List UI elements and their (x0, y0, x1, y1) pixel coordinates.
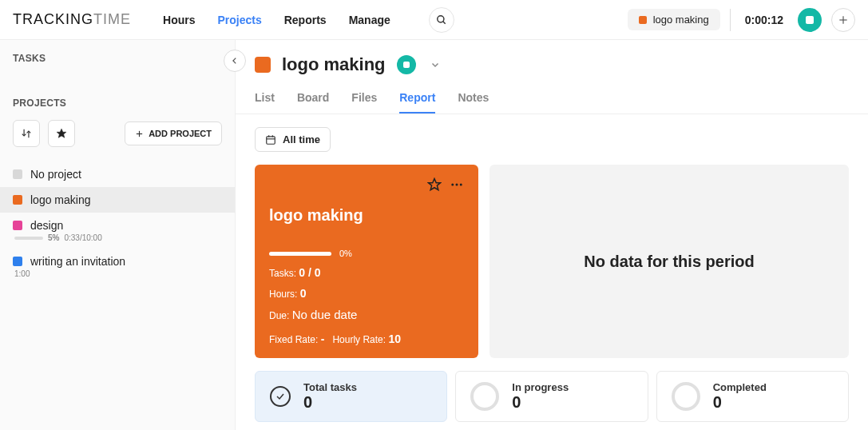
stat-inprogress-label: In progress (512, 381, 569, 393)
svg-point-0 (438, 15, 444, 22)
sort-icon (21, 128, 32, 139)
sidebar-item-writing-invitation[interactable]: writing an invitation 1:00 (0, 249, 235, 285)
card-progress-percent: 0% (339, 249, 352, 258)
content: logo making List Board Files Report Note… (236, 40, 868, 430)
sidebar-collapse-button[interactable] (224, 50, 246, 72)
svg-point-14 (460, 184, 462, 186)
active-timer-chip[interactable]: logo making (628, 9, 720, 30)
stat-completed[interactable]: Completed 0 (656, 371, 849, 422)
card-due-label: Due: (269, 310, 289, 321)
add-button[interactable] (831, 8, 855, 32)
sidebar: TASKS PROJECTS ADD PROJECT No project (0, 40, 236, 430)
stat-total-value: 0 (303, 393, 357, 412)
chart-empty-text: No data for this period (584, 253, 754, 271)
nav-projects[interactable]: Projects (217, 14, 261, 26)
stat-in-progress[interactable]: In progress 0 (455, 371, 648, 422)
sidebar-item-design[interactable]: design 5% 0:33/10:00 (0, 213, 235, 249)
timer-stop-button[interactable] (798, 8, 822, 32)
tab-list[interactable]: List (255, 91, 275, 113)
card-progress-bar (269, 252, 331, 256)
card-fixed-rate-value: - (321, 332, 325, 345)
project-header: logo making (236, 40, 868, 80)
svg-marker-11 (429, 179, 441, 190)
project-menu-toggle[interactable] (427, 57, 443, 73)
nav-reports[interactable]: Reports (284, 14, 327, 26)
project-tabs: List Board Files Report Notes (236, 80, 868, 114)
project-summary-card: logo making 0% Tasks: 0 / 0 Hours: 0 Due… (255, 165, 478, 358)
progress-detail: 0:33/10:00 (64, 233, 101, 242)
tab-notes[interactable]: Notes (458, 91, 489, 113)
topbar-right: logo making 0:00:12 (628, 8, 855, 32)
nav-hours[interactable]: Hours (163, 14, 195, 26)
date-range-button[interactable]: All time (255, 127, 331, 152)
card-hours-value: 0 (300, 287, 307, 300)
main-layout: TASKS PROJECTS ADD PROJECT No project (0, 40, 868, 430)
logo-part1: TRACKING (13, 11, 93, 27)
date-range-label: All time (283, 133, 320, 145)
project-name-label: design (30, 219, 63, 232)
divider (730, 9, 731, 31)
sidebar-actions-row: ADD PROJECT (0, 120, 235, 147)
stop-icon (806, 16, 814, 24)
stat-completed-value: 0 (713, 393, 767, 412)
project-color-swatch (13, 169, 22, 179)
sort-button[interactable] (13, 120, 40, 147)
timer-project-name: logo making (653, 14, 709, 26)
progress-bar (14, 237, 43, 240)
project-color-swatch (13, 195, 22, 205)
progress-percent: 5% (48, 233, 59, 242)
sidebar-tasks-heading: TASKS (0, 53, 235, 64)
favorites-button[interactable] (48, 120, 75, 147)
stat-total-tasks[interactable]: Total tasks 0 (255, 371, 447, 422)
star-outline-icon[interactable] (427, 177, 442, 192)
card-due-value: No due date (292, 308, 358, 321)
report-body: All time logo making 0% Tasks: 0 / 0 Hou… (236, 114, 868, 430)
sidebar-projects-heading: PROJECTS (0, 98, 235, 109)
tab-board[interactable]: Board (297, 91, 329, 113)
page-title: logo making (282, 54, 386, 75)
card-title: logo making (269, 206, 464, 225)
timer-elapsed: 0:00:12 (740, 14, 788, 26)
tab-report[interactable]: Report (399, 91, 435, 113)
plus-icon (838, 14, 849, 26)
chevron-left-icon (231, 57, 239, 65)
project-timer-button[interactable] (397, 55, 416, 74)
stat-completed-label: Completed (713, 381, 767, 393)
card-fixed-rate-label: Fixed Rate: (269, 334, 318, 345)
svg-rect-7 (267, 136, 275, 143)
stats-row: Total tasks 0 In progress 0 Completed (255, 371, 849, 422)
tab-files[interactable]: Files (351, 91, 377, 113)
timer-project-color (639, 16, 647, 24)
svg-line-1 (443, 21, 446, 23)
stat-total-label: Total tasks (303, 381, 357, 393)
svg-point-12 (451, 184, 454, 186)
svg-point-13 (456, 184, 458, 186)
calendar-icon (265, 134, 276, 145)
sidebar-item-logo-making[interactable]: logo making (0, 187, 235, 213)
chevron-down-icon (430, 60, 440, 70)
nav-manage[interactable]: Manage (349, 14, 390, 26)
app-logo: TRACKINGTIME (13, 11, 131, 28)
svg-marker-4 (57, 129, 66, 137)
stat-inprogress-value: 0 (512, 393, 569, 412)
card-tasks-label: Tasks: (269, 268, 296, 279)
project-list: No project logo making design 5% 0:33/10… (0, 161, 235, 285)
project-name-label: logo making (30, 193, 91, 206)
plus-icon (135, 129, 144, 138)
search-icon (436, 14, 447, 26)
add-project-label: ADD PROJECT (149, 129, 212, 138)
star-icon (56, 128, 67, 139)
project-color-block (255, 57, 271, 73)
project-color-swatch (13, 221, 22, 230)
project-name-label: writing an invitation (30, 255, 125, 268)
stop-icon (403, 62, 410, 68)
chart-panel: No data for this period (489, 165, 849, 358)
more-icon[interactable] (450, 177, 464, 192)
sidebar-item-no-project[interactable]: No project (0, 161, 235, 187)
project-color-swatch (13, 257, 22, 266)
add-project-button[interactable]: ADD PROJECT (125, 121, 222, 145)
card-hours-label: Hours: (269, 289, 297, 300)
card-tasks-value: 0 / 0 (299, 266, 320, 279)
card-hourly-rate-value: 10 (388, 332, 401, 345)
search-button[interactable] (429, 7, 454, 33)
